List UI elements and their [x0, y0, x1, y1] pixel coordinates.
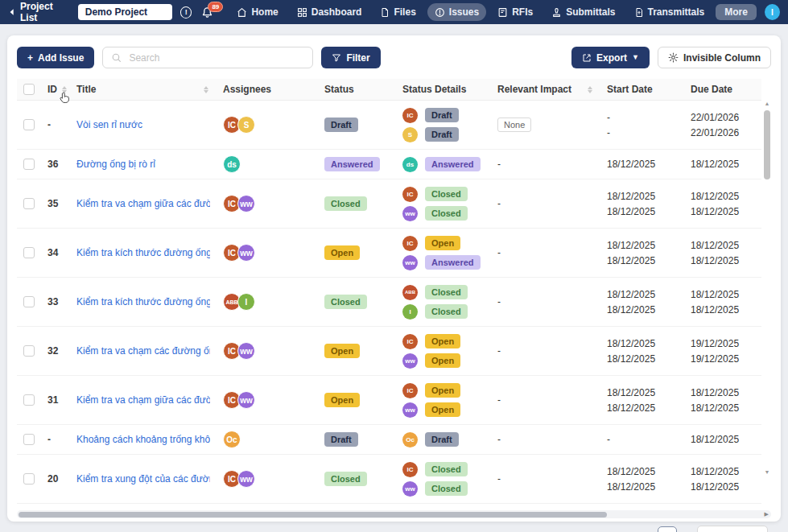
- row-checkbox[interactable]: [23, 159, 35, 170]
- horizontal-scrollbar[interactable]: ▶: [17, 510, 771, 518]
- status-badge-draft: Draft: [425, 432, 459, 447]
- row-checkbox[interactable]: [23, 296, 35, 307]
- assignee-avatar: S: [237, 116, 255, 134]
- issue-id: 20: [41, 455, 70, 504]
- assignees-group: ICww: [223, 244, 311, 262]
- start-date-value: 18/12/2025: [607, 237, 678, 253]
- due-date-value: 18/12/2025: [691, 253, 755, 268]
- export-button[interactable]: Export ▼: [571, 47, 650, 68]
- status-badge-open: Open: [324, 393, 360, 407]
- assignee-avatar: ww: [237, 244, 255, 262]
- issue-id: 32: [41, 327, 70, 376]
- sort-impact-control[interactable]: [588, 86, 592, 93]
- table-footer: Total 43 items ‹ 1 › 50 / page ▼: [17, 518, 771, 532]
- assignee-avatar: ww: [402, 206, 418, 221]
- issue-title-link[interactable]: Khoảng cách khoảng trống không đủ: [76, 434, 210, 445]
- horizontal-scroll-thumb[interactable]: [19, 512, 607, 518]
- top-navbar: Project List Demo Project ! 89 Home Dash…: [0, 0, 788, 24]
- status-detail-line: ICDraft: [402, 105, 485, 125]
- invisible-column-button[interactable]: Invisible Column: [658, 47, 771, 68]
- nav-issues[interactable]: Issues: [427, 3, 486, 21]
- row-checkbox[interactable]: [23, 394, 35, 406]
- nav-transmittals[interactable]: Transmittals: [627, 3, 712, 21]
- sort-title-control[interactable]: [204, 86, 208, 93]
- status-detail-line: wwOpen: [402, 400, 485, 419]
- user-avatar[interactable]: I: [765, 4, 780, 20]
- due-date-value: 18/12/2025: [691, 302, 755, 317]
- assignee-avatar: ww: [237, 195, 255, 212]
- add-issue-button[interactable]: + Add Issue: [17, 47, 94, 68]
- current-page-button[interactable]: 1: [658, 526, 677, 532]
- col-header-id: ID: [47, 84, 57, 95]
- due-date-value: 18/12/2025: [691, 188, 755, 204]
- vertical-scroll-thumb[interactable]: [764, 110, 770, 179]
- back-icon: [8, 8, 16, 16]
- row-checkbox[interactable]: [23, 473, 35, 485]
- row-checkbox[interactable]: [23, 247, 35, 258]
- start-date-value: 18/12/2025: [607, 400, 678, 415]
- row-checkbox[interactable]: [23, 119, 35, 130]
- issue-title-link[interactable]: Kiểm tra va chạm giữa các đường ố...: [76, 394, 210, 406]
- assignee-avatar: I: [402, 304, 418, 320]
- start-date-value: 18/12/2025: [607, 385, 678, 400]
- project-name-box[interactable]: Demo Project: [78, 4, 172, 20]
- row-checkbox[interactable]: [23, 434, 35, 445]
- issue-title-link[interactable]: Kiểm tra xung đột của các đường ố...: [76, 473, 210, 485]
- sort-id-control[interactable]: [62, 86, 67, 93]
- nav-submittals[interactable]: Submittals: [544, 3, 622, 21]
- nav-home[interactable]: Home: [229, 3, 285, 21]
- scroll-right-arrow[interactable]: ▶: [765, 511, 769, 518]
- status-detail-line: ICOpen: [402, 332, 485, 351]
- assignees-group: ICww: [223, 391, 311, 409]
- due-date-value: 19/12/2025: [691, 336, 755, 351]
- assignee-avatar: IC: [402, 383, 418, 398]
- status-badge-none: None: [497, 118, 531, 132]
- info-icon[interactable]: !: [180, 6, 192, 19]
- status-badge-closed: Closed: [425, 462, 468, 476]
- status-badge-draft: Draft: [324, 432, 358, 447]
- vertical-scrollbar[interactable]: ▲ ▼: [763, 101, 771, 476]
- issue-title-link[interactable]: Kiểm tra kích thước đường ống: [76, 296, 210, 307]
- page-size-select[interactable]: 50 / page ▼: [697, 526, 768, 532]
- start-date-value: -: [607, 109, 678, 125]
- nav-files[interactable]: Files: [373, 3, 423, 21]
- col-header-assignees: Assignees: [217, 79, 318, 101]
- due-date-value: 18/12/2025: [691, 479, 755, 494]
- status-badge-closed: Closed: [425, 206, 468, 221]
- issue-title-link[interactable]: Vòi sen rỉ nước: [76, 119, 210, 130]
- status-badge-open: Open: [425, 334, 460, 348]
- status-badge-open: Open: [324, 344, 360, 358]
- issue-id: 35: [41, 179, 70, 229]
- search-input[interactable]: [127, 52, 304, 64]
- scroll-up-arrow[interactable]: ▲: [763, 101, 771, 107]
- start-date-value: -: [607, 432, 678, 447]
- issue-title-link[interactable]: Kiểm tra kích thước đường ống: [76, 247, 210, 258]
- status-detail-line: wwAnswered: [402, 253, 485, 272]
- status-badge-closed: Closed: [425, 481, 468, 496]
- row-checkbox[interactable]: [23, 198, 35, 209]
- back-to-project-list-button[interactable]: Project List: [8, 1, 70, 23]
- row-checkbox[interactable]: [23, 345, 35, 357]
- scroll-down-arrow[interactable]: ▼: [763, 469, 771, 476]
- assignees-group: ICww: [223, 195, 311, 212]
- search-box[interactable]: [102, 47, 313, 68]
- start-date-value: 18/12/2025: [607, 204, 678, 219]
- select-all-checkbox[interactable]: [23, 84, 35, 95]
- notification-bell[interactable]: 89: [201, 6, 213, 19]
- issue-title-link[interactable]: Kiểm tra va chạm các đường ống: [76, 345, 210, 357]
- export-icon: [582, 53, 592, 63]
- nav-more[interactable]: More: [716, 4, 757, 20]
- table-row: 33Kiểm tra kích thước đường ốngABBIClose…: [17, 278, 761, 327]
- issue-title-link[interactable]: Kiểm tra va chạm giữa các đường ố...: [76, 198, 210, 209]
- filter-button[interactable]: Filter: [321, 47, 380, 68]
- relevant-impact-value: -: [497, 247, 501, 258]
- nav-rfis[interactable]: RFIs: [490, 3, 540, 21]
- assignee-avatar: ww: [237, 470, 255, 488]
- table-row: 36Đường ống bị rò rỉdsAnswereddsAnswered…: [17, 150, 761, 179]
- nav-dashboard[interactable]: Dashboard: [290, 3, 369, 21]
- status-badge-closed: Closed: [425, 285, 468, 299]
- main-nav: Home Dashboard Files Issues RFIs Submitt…: [229, 3, 756, 21]
- issue-title-link[interactable]: Đường ống bị rò rỉ: [76, 159, 210, 170]
- due-date-value: 18/12/2025: [691, 287, 755, 302]
- due-date-value: 18/12/2025: [691, 157, 755, 172]
